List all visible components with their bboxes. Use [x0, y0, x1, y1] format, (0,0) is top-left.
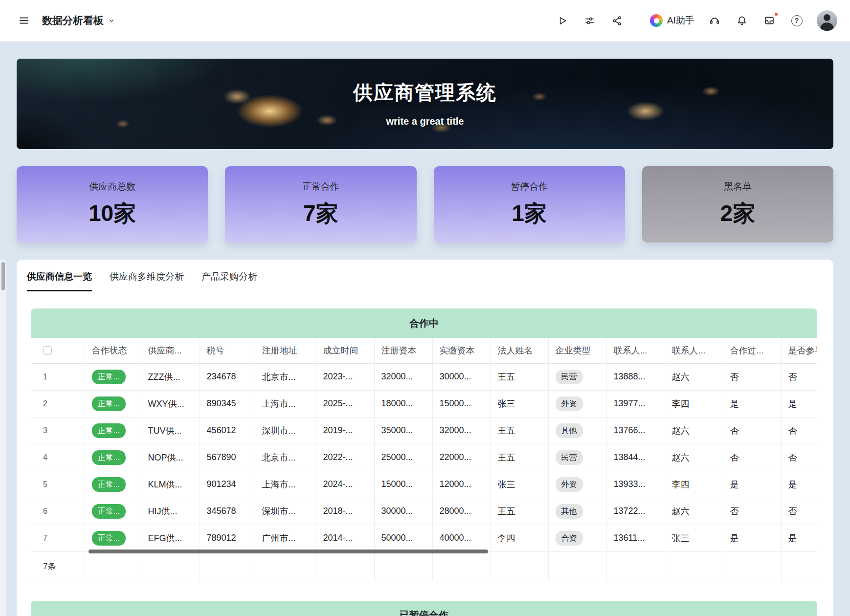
table-cell: 北京市...	[255, 363, 316, 390]
page-title: 数据分析看板	[42, 14, 104, 27]
stat-value: 1家	[512, 198, 547, 229]
select-all-checkbox[interactable]	[43, 346, 52, 355]
table-cell: 13722...	[606, 498, 665, 525]
stat-card-blacklist[interactable]: 黑名单 2家	[642, 166, 833, 242]
table-cell: 李四	[491, 525, 548, 551]
table-cell: 50000...	[374, 525, 432, 551]
stat-card-total-suppliers[interactable]: 供应商总数 10家	[17, 166, 208, 242]
column-header[interactable]: 税号	[200, 338, 255, 363]
row-number: 3	[31, 417, 85, 444]
table-cell: 18000...	[374, 390, 432, 417]
table-cell: TUV供...	[141, 417, 200, 444]
stat-card-normal-cooperation[interactable]: 正常合作 7家	[225, 166, 416, 242]
tabs: 供应商信息一览 供应商多维度分析 产品采购分析	[17, 260, 833, 291]
table-cell: 赵六	[665, 498, 723, 525]
row-number: 6	[31, 498, 85, 525]
table-cell: 外资	[548, 471, 606, 498]
table-cell: EFG供...	[141, 525, 200, 551]
notification-dot	[774, 12, 779, 17]
table-cell: 13933...	[606, 471, 665, 498]
menu-button[interactable]	[17, 13, 31, 28]
vertical-scrollbar-thumb[interactable]	[1, 262, 5, 290]
table-cell: 15000...	[432, 390, 491, 417]
table-row[interactable]: 1正常...ZZZ供...234678北京市...2023-...32000..…	[31, 363, 817, 390]
bell-icon	[736, 15, 748, 26]
ai-assistant-button[interactable]: AI助手	[650, 14, 694, 27]
footer-cell	[316, 551, 374, 581]
topbar-left: 数据分析看板	[17, 13, 115, 28]
tab-supplier-overview[interactable]: 供应商信息一览	[27, 270, 92, 291]
table-row[interactable]: 4正常...NOP供...567890北京市...2022-...25000..…	[31, 444, 817, 471]
table-cell: 外资	[548, 390, 606, 417]
table-cell: 广州市...	[255, 525, 316, 551]
table-cell: 13611...	[606, 525, 665, 551]
table-cell: 否	[781, 498, 817, 525]
support-button[interactable]	[707, 13, 722, 28]
settings-button[interactable]	[582, 13, 597, 28]
status-badge: 正常...	[92, 370, 126, 384]
stat-label: 供应商总数	[89, 180, 135, 193]
footer-cell	[723, 551, 781, 581]
footer-cell	[491, 551, 548, 581]
footer-cell	[200, 551, 255, 581]
table-row[interactable]: 3正常...TUV供...456012深圳市...2019-...35000..…	[31, 417, 817, 444]
table-cell: 789012	[200, 525, 255, 551]
stat-label: 黑名单	[724, 180, 752, 193]
column-header[interactable]: 供应商...	[141, 338, 200, 363]
column-header[interactable]: 实缴资本	[432, 338, 491, 363]
present-button[interactable]	[555, 13, 569, 28]
table-cell: 其他	[548, 498, 606, 525]
table-cell: HIJ供...	[141, 498, 200, 525]
row-number: 1	[31, 363, 85, 390]
column-header[interactable]: 法人姓名	[491, 338, 548, 363]
share-button[interactable]	[609, 13, 624, 28]
table-cell: 是	[723, 525, 781, 551]
stat-value: 7家	[303, 198, 338, 229]
table-cell: 否	[723, 444, 781, 471]
table-row[interactable]: 2正常...WXY供...890345上海市...2025-...18000..…	[31, 390, 817, 417]
column-header[interactable]: 联系人...	[606, 338, 665, 363]
column-header[interactable]: 合作状态	[85, 338, 141, 363]
table-cell: 王五	[491, 417, 548, 444]
row-number: 5	[31, 471, 85, 498]
column-header[interactable]: 是否参与	[781, 338, 817, 363]
table-row[interactable]: 5正常...KLM供...901234上海市...2024-...15000..…	[31, 471, 817, 498]
horizontal-scrollbar[interactable]	[89, 550, 488, 553]
cooperating-suppliers-table: 合作中 合作状态供应商...税号注册地址成立时间注册资本实缴资本法人姓名企业类型…	[31, 308, 817, 581]
table-cell: 其他	[548, 417, 606, 444]
share-icon	[611, 15, 623, 26]
table-cell: 40000...	[432, 525, 491, 551]
table-cell: 正常...	[85, 471, 141, 498]
column-header[interactable]: 企业类型	[548, 338, 606, 363]
stat-card-paused-cooperation[interactable]: 暂停合作 1家	[434, 166, 625, 242]
company-type-badge: 外资	[556, 477, 583, 492]
table-cell: 否	[781, 363, 817, 390]
table-row[interactable]: 7正常...EFG供...789012广州市...2014-...50000..…	[31, 525, 817, 551]
table-cell: 否	[781, 417, 817, 444]
avatar[interactable]	[817, 10, 837, 31]
status-badge: 正常...	[92, 477, 126, 492]
menu-icon	[18, 15, 30, 26]
inbox-button[interactable]	[762, 13, 777, 28]
table-cell: 25000...	[374, 444, 432, 471]
column-header[interactable]: 合作过...	[723, 338, 781, 363]
table-row[interactable]: 6正常...HIJ供...345678深圳市...2018-...30000..…	[31, 498, 817, 525]
column-header[interactable]: 联系人...	[665, 338, 723, 363]
notifications-button[interactable]	[735, 13, 749, 28]
column-header[interactable]: 成立时间	[316, 338, 374, 363]
tab-supplier-analysis[interactable]: 供应商多维度分析	[110, 270, 184, 291]
table-cell: 赵六	[665, 417, 723, 444]
row-number: 4	[31, 444, 85, 471]
status-badge: 正常...	[92, 531, 126, 546]
table-cell: 是	[723, 471, 781, 498]
inbox-icon	[763, 15, 775, 26]
table-footer-row: 7条	[31, 551, 817, 581]
column-header[interactable]: 注册资本	[374, 338, 432, 363]
column-header[interactable]: 注册地址	[255, 338, 316, 363]
help-button[interactable]: ?	[789, 13, 804, 28]
chevron-down-icon[interactable]	[108, 17, 115, 24]
section-header-cooperating: 合作中	[31, 308, 817, 338]
tab-procurement-analysis[interactable]: 产品采购分析	[201, 270, 257, 291]
table-cell: 13766...	[606, 417, 665, 444]
table-cell: 13977...	[606, 390, 665, 417]
